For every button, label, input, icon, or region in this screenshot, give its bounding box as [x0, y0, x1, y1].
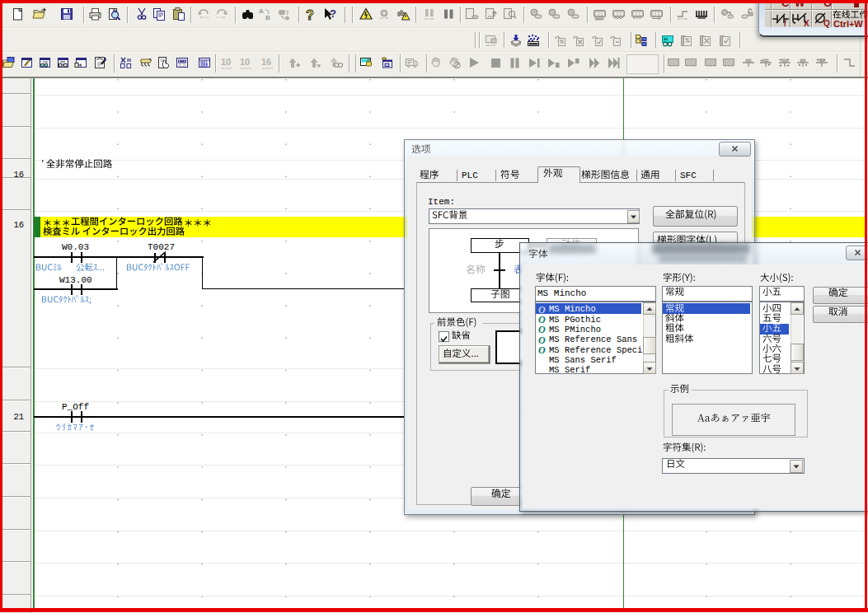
svg-text:002: 002	[200, 63, 208, 68]
svg-text:A: A	[259, 7, 264, 15]
svg-text:?: ?	[306, 8, 314, 22]
svg-text:B: B	[265, 14, 270, 21]
svg-text:?: ?	[330, 7, 336, 20]
